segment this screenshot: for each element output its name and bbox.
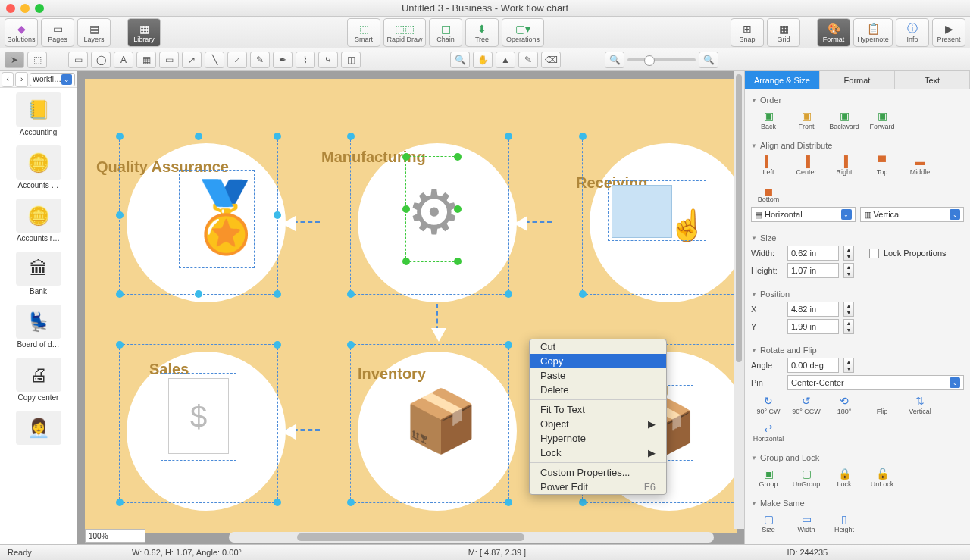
stamp-tool[interactable]: ▲ <box>496 52 515 68</box>
align-bottom-button[interactable]: ▄Bottom <box>751 180 786 205</box>
text-select-tool[interactable]: ⬚ <box>27 52 47 68</box>
pointer-tool[interactable]: ➤ <box>5 52 24 68</box>
connector-arrow[interactable] <box>282 213 335 234</box>
line-tool[interactable]: ╲ <box>205 52 224 68</box>
ctx-delete[interactable]: Delete <box>530 383 666 397</box>
zoom-slider[interactable] <box>627 58 696 61</box>
polyline-tool[interactable]: ⌇ <box>296 52 315 68</box>
text-tool[interactable]: A <box>114 52 133 68</box>
ctx-paste[interactable]: Paste <box>530 368 666 383</box>
note-tool[interactable]: ▭ <box>159 52 179 68</box>
align-right-button[interactable]: ▐Right <box>827 153 862 177</box>
unlock-button[interactable]: 🔓UnLock <box>865 465 900 490</box>
ctx-power-edit[interactable]: Power EditF6 <box>530 480 666 494</box>
distribute-vertical-select[interactable]: ▥ Vertical⌄ <box>860 207 965 222</box>
ctx-lock[interactable]: Lock▶ <box>530 446 666 460</box>
library-item[interactable]: 🏛Bank <box>0 247 77 300</box>
connector-arrow[interactable] <box>282 421 335 443</box>
order-backward-button[interactable]: ▣Backward <box>827 108 862 132</box>
tree-button[interactable]: ⬍Tree <box>465 18 499 47</box>
y-input[interactable]: 1.99 in <box>787 319 839 334</box>
rotate-90cw-button[interactable]: ↻90° CW <box>751 393 786 417</box>
library-item[interactable]: 👩‍💼 <box>0 406 77 451</box>
order-back-button[interactable]: ▣Back <box>751 108 786 132</box>
flip-vertical-button[interactable]: ⇅Vertical <box>903 393 937 417</box>
eraser-tool[interactable]: ⌫ <box>541 52 561 68</box>
crop-tool[interactable]: ◫ <box>341 52 361 68</box>
library-item[interactable]: 🪙Accounts … <box>0 141 77 194</box>
tab-arrange-size[interactable]: Arrange & Size <box>745 71 820 89</box>
tab-format[interactable]: Format <box>820 71 895 89</box>
ctx-object[interactable]: Object▶ <box>530 417 666 431</box>
lock-button[interactable]: 🔒Lock <box>827 465 862 490</box>
canvas-h-scrollbar[interactable] <box>229 532 714 543</box>
angle-stepper[interactable]: ▲▼ <box>843 358 854 373</box>
lib-forward-button[interactable]: › <box>15 72 27 87</box>
align-left-button[interactable]: ▌Left <box>751 153 786 177</box>
order-section-header[interactable]: Order <box>751 95 964 105</box>
ctx-hypernote[interactable]: Hypernote <box>530 431 666 446</box>
position-section-header[interactable]: Position <box>751 289 964 299</box>
pan-tool[interactable]: ✋ <box>473 52 493 68</box>
snap-button[interactable]: ⊞Snap <box>731 18 764 47</box>
library-item[interactable]: 🖨Copy center <box>0 353 77 406</box>
format-button[interactable]: 🎨Format <box>817 18 850 47</box>
same-height-button[interactable]: ▯Height <box>827 511 862 535</box>
align-top-button[interactable]: ▀Top <box>865 153 900 177</box>
present-button[interactable]: ▶Present <box>932 18 965 47</box>
eyedropper-tool[interactable]: ✎ <box>518 52 538 68</box>
canvas-area[interactable]: Quality Assurance Manufacturing Receivin… <box>77 71 744 544</box>
lib-back-button[interactable]: ‹ <box>2 72 14 87</box>
ctx-cut[interactable]: Cut <box>530 339 666 354</box>
x-stepper[interactable]: ▲▼ <box>843 302 854 317</box>
pages-button[interactable]: ▭Pages <box>41 18 74 47</box>
same-size-button[interactable]: ▢Size <box>751 511 786 535</box>
arrow-tool[interactable]: ↗ <box>182 52 202 68</box>
grid-button[interactable]: ▦Grid <box>767 18 800 47</box>
library-item[interactable]: 💺Board of d… <box>0 300 77 353</box>
align-center-button[interactable]: ▐Center <box>789 153 824 177</box>
group-section-header[interactable]: Group and Lock <box>751 453 964 462</box>
tab-text[interactable]: Text <box>895 71 970 89</box>
height-input[interactable]: 1.07 in <box>787 263 839 278</box>
zoom-out-button[interactable]: 🔍 <box>605 52 624 68</box>
zoom-in-button[interactable]: 🔍 <box>699 52 718 68</box>
width-stepper[interactable]: ▲▼ <box>843 246 854 261</box>
curve-tool[interactable]: ⟋ <box>227 52 247 68</box>
rotate-180-button[interactable]: ⟲180° <box>827 393 862 417</box>
order-front-button[interactable]: ▣Front <box>789 108 824 132</box>
connector-arrow[interactable] <box>514 213 567 234</box>
info-button[interactable]: ⓘInfo <box>896 18 929 47</box>
rotate-90ccw-button[interactable]: ↺90° CCW <box>789 393 824 417</box>
chain-button[interactable]: ◫Chain <box>429 18 462 47</box>
rapid-draw-button[interactable]: ⬚⬚Rapid Draw <box>383 18 426 47</box>
same-width-button[interactable]: ▭Width <box>789 511 824 535</box>
align-section-header[interactable]: Align and Distribute <box>751 141 964 150</box>
library-item[interactable]: 📒Accounting <box>0 88 77 141</box>
ctx-fit-to-text[interactable]: Fit To Text <box>530 402 666 417</box>
zoom-tool[interactable]: 🔍 <box>450 52 470 68</box>
library-item[interactable]: 🪙Accounts r… <box>0 194 77 247</box>
group-button[interactable]: ▣Group <box>751 465 786 490</box>
ellipse-tool[interactable]: ◯ <box>91 52 111 68</box>
connector-arrow[interactable] <box>428 289 449 342</box>
pin-select[interactable]: Center-Center⌄ <box>787 375 964 390</box>
align-middle-button[interactable]: ▬Middle <box>903 153 937 177</box>
brush-tool[interactable]: ✎ <box>250 52 270 68</box>
ctx-custom-properties[interactable]: Custom Properties... <box>530 465 666 480</box>
connector-tool[interactable]: ⤷ <box>318 52 338 68</box>
width-input[interactable]: 0.62 in <box>787 246 839 261</box>
operations-button[interactable]: ▢▾Operations <box>502 18 544 47</box>
table-tool[interactable]: ▦ <box>136 52 156 68</box>
pen-tool[interactable]: ✒ <box>273 52 293 68</box>
make-same-section-header[interactable]: Make Same <box>751 499 964 508</box>
height-stepper[interactable]: ▲▼ <box>843 263 854 278</box>
hypernote-button[interactable]: 📋Hypernote <box>853 18 893 47</box>
ctx-copy[interactable]: Copy <box>530 354 666 368</box>
distribute-horizontal-select[interactable]: ▤ Horizontal⌄ <box>751 207 856 222</box>
canvas-v-scrollbar[interactable] <box>734 71 744 529</box>
library-button[interactable]: ▦Library <box>127 18 161 47</box>
layers-button[interactable]: ▤Layers <box>77 18 111 47</box>
lock-proportions-checkbox[interactable] <box>869 249 879 258</box>
solutions-button[interactable]: ◆Solutions <box>5 18 38 47</box>
